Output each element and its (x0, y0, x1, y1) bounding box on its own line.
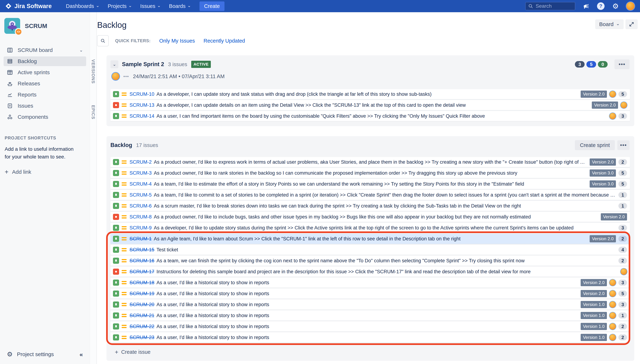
estimate-badge[interactable]: 2 (618, 324, 627, 330)
estimate-badge[interactable]: 4 (618, 247, 627, 253)
board-menu-button[interactable]: Board ⌄ (595, 20, 624, 29)
issue-row[interactable]: SCRUM-20 As a user, I'd like a historica… (110, 300, 630, 310)
create-issue-button[interactable]: + Create issue (115, 349, 151, 355)
version-badge[interactable]: Version 2.0 (590, 158, 616, 166)
version-badge[interactable]: Version 3.0 (590, 180, 616, 188)
issue-key-link[interactable]: SCRUM-17 (129, 269, 154, 274)
issue-row[interactable]: SCRUM-23 As a user, I'd like a historica… (110, 332, 630, 342)
assignee-avatar[interactable] (609, 323, 616, 330)
collapse-sprint-button[interactable]: ⌄ (110, 60, 118, 68)
issue-row[interactable]: SCRUM-9 As a developer, I'd like to upda… (110, 223, 630, 233)
sidebar-item-active-sprints[interactable]: Active sprints (4, 68, 86, 77)
issue-row[interactable]: SCRUM-14 As a user, I can find important… (110, 111, 630, 121)
collapse-sidebar-icon[interactable]: « (80, 351, 83, 358)
issue-row[interactable]: SCRUM-13 As a developer, I can update de… (110, 100, 630, 110)
create-button[interactable]: Create (199, 2, 225, 11)
sidebar-item-components[interactable]: Components (4, 112, 86, 122)
project-settings-button[interactable]: ⚙ Project settings « (4, 349, 86, 359)
sidebar-item-reports[interactable]: Reports (4, 90, 86, 100)
issue-key-link[interactable]: SCRUM-10 (129, 92, 154, 97)
issue-key-link[interactable]: SCRUM-8 (129, 214, 152, 220)
issue-row[interactable]: SCRUM-1 As an Agile team, I'd like to le… (110, 234, 630, 244)
assignee-avatar[interactable] (609, 334, 616, 341)
issue-row[interactable]: SCRUM-8 As a product owner, I'd like to … (110, 212, 630, 222)
estimate-badge[interactable]: 2 (618, 159, 627, 165)
issue-key-link[interactable]: SCRUM-20 (129, 302, 154, 308)
issue-row[interactable]: SCRUM-6 As a scrum master, I'd like to b… (110, 201, 630, 211)
version-badge[interactable]: Version 2.0 (601, 213, 627, 220)
issue-key-link[interactable]: SCRUM-22 (129, 324, 154, 329)
issue-key-link[interactable]: SCRUM-5 (129, 192, 152, 198)
nav-dashboards[interactable]: Dashboards⌄ (66, 3, 99, 9)
issue-key-link[interactable]: SCRUM-14 (129, 113, 154, 119)
assignee-avatar[interactable] (609, 91, 616, 98)
issue-row[interactable]: SCRUM-10 As a developer, I can update st… (110, 89, 630, 99)
fullscreen-expand-button[interactable] (625, 20, 638, 29)
assignee-avatar[interactable] (620, 268, 627, 275)
estimate-badge[interactable]: 2 (618, 258, 627, 264)
issue-row[interactable]: SCRUM-21 As a user, I'd like a historica… (110, 310, 630, 320)
nav-projects[interactable]: Projects⌄ (108, 3, 132, 9)
estimate-badge[interactable]: 5 (618, 170, 627, 176)
versions-panel-toggle[interactable]: VERSIONS (91, 59, 96, 84)
sprint-more-actions-button[interactable]: ••• (614, 60, 629, 69)
jira-logo[interactable]: Jira Software (6, 3, 52, 10)
epics-panel-toggle[interactable]: EPICS (91, 105, 96, 120)
version-badge[interactable]: Version 2.0 (592, 102, 618, 109)
issue-key-link[interactable]: SCRUM-19 (129, 291, 154, 296)
search-input[interactable] (536, 3, 572, 9)
backlog-search-box[interactable] (97, 35, 109, 46)
assignee-avatar[interactable] (609, 301, 616, 308)
version-badge[interactable]: Version 1.0 (581, 323, 607, 330)
estimate-badge[interactable]: 3 (618, 302, 627, 308)
issue-key-link[interactable]: SCRUM-23 (129, 335, 154, 340)
sidebar-item-issues[interactable]: Issues (4, 101, 86, 111)
issue-row[interactable]: SCRUM-18 As a user, I'd like a historica… (110, 278, 630, 288)
create-sprint-button[interactable]: Create sprint (575, 140, 615, 150)
assignee-avatar[interactable] (609, 113, 616, 119)
issue-key-link[interactable]: SCRUM-15 (129, 247, 154, 252)
estimate-badge[interactable]: 5 (618, 91, 627, 97)
estimate-badge[interactable]: 1 (618, 203, 627, 209)
estimate-badge[interactable]: 5 (618, 181, 627, 187)
estimate-badge[interactable]: 1 (618, 312, 627, 318)
version-badge[interactable]: Version 1.0 (581, 301, 607, 308)
nav-issues[interactable]: Issues⌄ (140, 3, 161, 9)
nav-boards[interactable]: Boards⌄ (169, 3, 191, 9)
issue-row[interactable]: SCRUM-5 As a team, I'd like to commit to… (110, 190, 630, 200)
issue-row[interactable]: SCRUM-19 As a user, I'd like a historica… (110, 288, 630, 298)
backlog-more-actions-button[interactable]: ••• (617, 140, 629, 150)
issue-key-link[interactable]: SCRUM-3 (129, 170, 152, 176)
issue-row[interactable]: SCRUM-4 As a team, I'd like to estimate … (110, 179, 630, 189)
issue-key-link[interactable]: SCRUM-13 (129, 102, 154, 108)
issue-key-link[interactable]: SCRUM-2 (129, 159, 152, 165)
issue-key-link[interactable]: SCRUM-4 (129, 181, 152, 187)
issue-key-link[interactable]: SCRUM-21 (129, 313, 154, 318)
user-avatar[interactable] (626, 2, 634, 10)
filter-only-my-issues[interactable]: Only My Issues (159, 38, 195, 44)
project-avatar[interactable]: <> (4, 18, 20, 34)
version-badge[interactable]: Version 2.0 (590, 235, 616, 242)
issue-row[interactable]: SCRUM-22 As a user, I'd like a historica… (110, 322, 630, 332)
estimate-badge[interactable]: 2 (618, 334, 627, 340)
estimate-badge[interactable]: 5 (618, 290, 627, 297)
issue-row[interactable]: SCRUM-15 Test ticket 4 (110, 245, 630, 255)
version-badge[interactable]: Version 2.0 (581, 90, 607, 98)
estimate-badge[interactable]: 3 (618, 113, 627, 119)
issue-row[interactable]: SCRUM-16 As a team, we can finish the sp… (110, 256, 630, 266)
assignee-avatar[interactable] (609, 280, 616, 286)
issue-row[interactable]: SCRUM-17 Instructions for deleting this … (110, 266, 630, 277)
issue-key-link[interactable]: SCRUM-1 (129, 236, 152, 242)
estimate-badge[interactable]: 3 (618, 225, 627, 231)
issue-key-link[interactable]: SCRUM-6 (129, 203, 152, 209)
version-badge[interactable]: Version 2.0 (581, 279, 607, 286)
issue-key-link[interactable]: SCRUM-9 (129, 225, 152, 231)
assignee-avatar[interactable] (609, 290, 616, 297)
announcements-megaphone-icon[interactable] (582, 2, 590, 10)
issue-key-link[interactable]: SCRUM-16 (129, 258, 154, 264)
issue-key-link[interactable]: SCRUM-18 (129, 280, 154, 286)
estimate-badge[interactable]: 3 (618, 280, 627, 286)
assignee-avatar[interactable] (620, 102, 627, 108)
issue-row[interactable]: SCRUM-3 As a product owner, I'd like to … (110, 168, 630, 178)
version-badge[interactable]: Version 1.0 (581, 334, 607, 341)
